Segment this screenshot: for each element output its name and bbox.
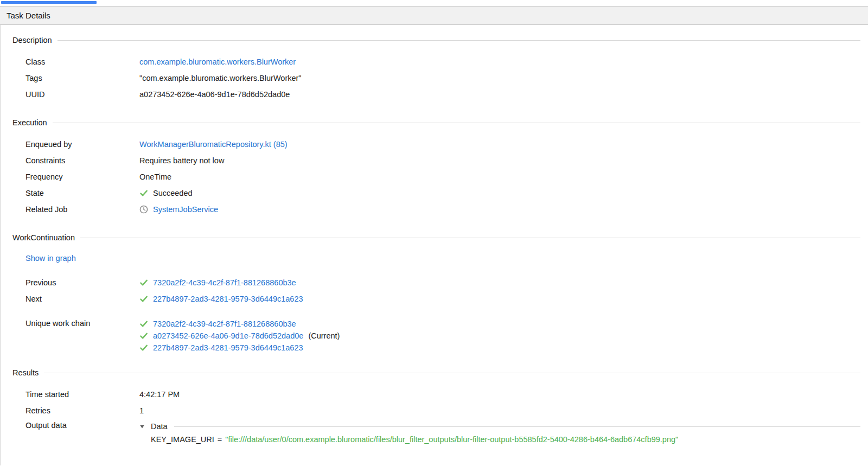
chain-uuid-link[interactable]: a0273452-626e-4a06-9d1e-78d6d52dad0e [153, 331, 303, 340]
retries-value: 1 [139, 406, 144, 415]
chain-uuid-link[interactable]: 7320a2f2-4c39-4c2f-87f1-881268860b3e [153, 320, 296, 328]
constraints-value: Requires battery not low [139, 156, 224, 165]
row-frequency: Frequency OneTime [25, 169, 860, 185]
panel-header: Task Details [0, 6, 868, 25]
success-check-icon [139, 320, 148, 328]
success-check-icon [139, 295, 148, 303]
equals-sign: = [218, 435, 222, 444]
section-divider [44, 373, 860, 373]
task-details-panel: Description Class com.example.bluromatic… [0, 25, 868, 465]
row-class: Class com.example.bluromatic.workers.Blu… [25, 54, 860, 70]
section-divider [58, 40, 860, 41]
output-key-value: KEY_IMAGE_URI = "file:///data/user/0/com… [151, 433, 860, 445]
chain-uuid-link[interactable]: 227b4897-2ad3-4281-9579-3d6449c1a623 [153, 343, 303, 352]
enqueued-by-label: Enqueued by [25, 140, 139, 149]
time-started-label: Time started [25, 390, 139, 399]
row-uuid: UUID a0273452-626e-4a06-9d1e-78d6d52dad0… [25, 86, 860, 103]
row-next: Next 227b4897-2ad3-4281-9579-3d6449c1a62… [25, 291, 860, 307]
section-work-continuation: WorkContinuation Show in graph Previous … [12, 232, 860, 353]
data-expander[interactable]: Data [139, 421, 860, 432]
section-divider [53, 123, 860, 123]
triangle-down-icon [139, 424, 145, 429]
row-unique-work-chain: Unique work chain 7320a2f2-4c39-4c2f-87f… [25, 317, 860, 353]
clock-icon [139, 205, 148, 214]
section-description: Description Class com.example.bluromatic… [12, 35, 860, 103]
output-data-label: Output data [25, 421, 139, 430]
output-key-name: KEY_IMAGE_URI [151, 435, 214, 444]
success-check-icon [139, 278, 148, 287]
next-label: Next [25, 295, 139, 303]
section-execution: Execution Enqueued by WorkManagerBluroma… [12, 117, 860, 218]
related-job-label: Related Job [25, 205, 139, 214]
row-state: State Succeeded [25, 185, 860, 201]
section-title-results: Results [12, 368, 39, 377]
uuid-value: a0273452-626e-4a06-9d1e-78d6d52dad0e [139, 90, 290, 99]
output-data-group: Data KEY_IMAGE_URI = "file:///data/user/… [139, 421, 860, 445]
tags-value: "com.example.bluromatic.workers.BlurWork… [139, 74, 302, 82]
data-divider [174, 426, 860, 427]
section-title-description: Description [12, 36, 52, 44]
retries-label: Retries [25, 406, 139, 415]
row-time-started: Time started 4:42:17 PM [25, 386, 860, 403]
row-retries: Retries 1 [25, 403, 860, 419]
state-value: Succeeded [153, 189, 193, 197]
section-title-work-continuation: WorkContinuation [12, 233, 75, 242]
constraints-label: Constraints [25, 156, 139, 165]
state-label: State [25, 189, 139, 197]
chain-item: 7320a2f2-4c39-4c2f-87f1-881268860b3e [139, 319, 340, 329]
time-started-value: 4:42:17 PM [139, 390, 180, 399]
chain-suffix-current: (Current) [308, 331, 340, 340]
related-job-link[interactable]: SystemJobService [153, 205, 218, 214]
class-link[interactable]: com.example.bluromatic.workers.BlurWorke… [139, 58, 296, 66]
output-key-uri: "file:///data/user/0/com.example.bluroma… [225, 435, 678, 444]
panel-title: Task Details [7, 11, 50, 20]
section-results: Results Time started 4:42:17 PM Retries … [12, 367, 860, 445]
success-check-icon [139, 343, 148, 352]
row-output-data: Output data Data KEY_IMAGE_URI = "file:/… [25, 419, 860, 445]
success-check-icon [139, 331, 148, 340]
row-constraints: Constraints Requires battery not low [25, 152, 860, 169]
frequency-label: Frequency [25, 173, 139, 181]
chain-item: 227b4897-2ad3-4281-9579-3d6449c1a623 [139, 343, 340, 353]
section-divider [80, 238, 860, 238]
enqueued-by-link[interactable]: WorkManagerBluromaticRepository.kt (85) [139, 140, 288, 149]
chain-item: a0273452-626e-4a06-9d1e-78d6d52dad0e (Cu… [139, 331, 340, 341]
show-in-graph-link[interactable]: Show in graph [25, 254, 76, 263]
unique-work-chain-label: Unique work chain [25, 319, 139, 328]
class-label: Class [25, 58, 139, 66]
tab-strip [0, 0, 868, 6]
previous-label: Previous [25, 278, 139, 287]
active-tab-indicator [1, 1, 97, 4]
row-previous: Previous 7320a2f2-4c39-4c2f-87f1-8812688… [25, 275, 860, 291]
next-uuid-link[interactable]: 227b4897-2ad3-4281-9579-3d6449c1a623 [153, 295, 303, 303]
success-check-icon [139, 189, 148, 197]
data-group-label: Data [151, 422, 168, 431]
frequency-value: OneTime [139, 173, 171, 181]
row-tags: Tags "com.example.bluromatic.workers.Blu… [25, 70, 860, 86]
row-related-job: Related Job SystemJobService [25, 201, 860, 218]
section-title-execution: Execution [12, 118, 47, 127]
previous-uuid-link[interactable]: 7320a2f2-4c39-4c2f-87f1-881268860b3e [153, 278, 296, 287]
row-enqueued-by: Enqueued by WorkManagerBluromaticReposit… [25, 136, 860, 152]
tags-label: Tags [25, 74, 139, 82]
uuid-label: UUID [25, 90, 139, 99]
